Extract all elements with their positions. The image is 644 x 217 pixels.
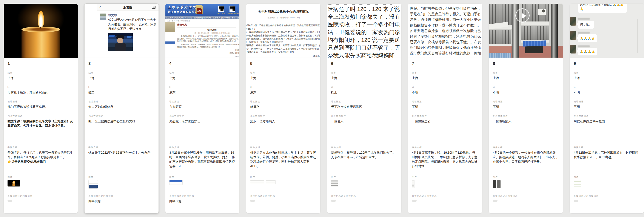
field-value-district: 不明 (412, 90, 478, 95)
record-card-7[interactable]: 医院。当时有些低烧，但是发热门诊在消杀，于是在门口的黑夜里等待了很久。可是由于有… (408, 3, 482, 213)
field-label-image: 图片 (88, 176, 155, 178)
field-label-address: 地址描述 (412, 100, 478, 103)
qr-code-icon (218, 6, 224, 12)
field-value-deceased: 浦东一位哮喘病人 (250, 119, 316, 141)
blue-awning (523, 40, 546, 47)
wechat-moments-titlebar: ‹ 朋友圈 (97, 4, 158, 11)
field-label-direct: 直接信息还是间接信息 (331, 195, 397, 197)
hospital-subname: 同济大学附属东方医院 (168, 10, 198, 14)
play-icon (515, 8, 530, 22)
field-label-address: 地址描述 (331, 100, 397, 103)
field-label-city: 城市 (88, 72, 155, 74)
field-label-direct: 直接信息还是间接信息 (169, 195, 236, 197)
field-value-deceased: 一位老人 (331, 119, 397, 141)
announcement-meta: 作者：宣传管理员 发表于：2022/3/25 2:46:48 有253人阅读 (177, 32, 240, 34)
blue-roof (489, 53, 511, 58)
avatar (570, 31, 576, 40)
moments-title: 朋友圈 (97, 5, 158, 9)
field-value-deceased: 一位癌症患者 (412, 119, 478, 141)
report-paragraph: 急情况后，现场核酸检测的医务人员已奔赴其家中进行了数十分钟的紧急抢救，并执行对同… (246, 30, 320, 44)
card-number: 4 (169, 61, 236, 66)
field-value-address: 不明 (412, 105, 478, 109)
field-label-image: 图片 (250, 176, 316, 178)
field-value-event: 4月12日传出消息，韦桂国因脑溢血、封控期间联系救治未果，于家中病逝。 (574, 150, 640, 170)
field-label-deceased: 死者大体描述 (574, 115, 640, 117)
record-card-3[interactable]: ‹ 朋友圈 钱文雄 钱文雄于2022年4月12日下午一点十九分去世。疫情期间一切… (84, 3, 159, 213)
field-label-deceased: 死者大体描述 (88, 115, 155, 117)
card-cover-candle-photo (4, 4, 78, 58)
record-card-4[interactable]: 上海市东方医院 同济大学附属东方医院 100 微信二维码 患者移动服务平台 医院… (165, 3, 240, 213)
qr-label: 微信二维码 (218, 13, 225, 15)
avatar (570, 17, 576, 25)
air-conditioner (538, 8, 546, 15)
building-window (489, 30, 511, 44)
field-value-event: 高烧昏迷，核酸阴，120来了说发热门诊关了。无奈在家中降温，在昏迷中离世。 (331, 150, 397, 170)
record-card-9[interactable]: 只有其女儿眼见其病逝...🙏🙏🙏🙏 啊，这。 🙏🙏🙏🙏 🙏🙏🙏🙏 9 城市 上海… (570, 3, 644, 213)
record-card-6[interactable]: 迷病危了叫 120，120 来了说全上海发热门诊都关了，没有医院接收，打了一个多… (327, 3, 401, 213)
field-value-direct: 网络信息 (88, 199, 155, 204)
building-window (489, 4, 512, 25)
announcement-signature: 同济大学附属东方医院 (177, 52, 240, 54)
attachment-thumbnail-text[interactable] (331, 180, 338, 187)
field-label-deceased: 死者大体描述 (493, 115, 559, 117)
field-value-event: 根据患者女儿公布的时间线，早上 8 点，其父哮喘发作、晕倒。随后，小区 2 名做… (250, 150, 316, 170)
announcement-paragraph: 周盛妮为我院护士，一直在院内从事护理相关工作。3月23日在家中哮喘发作，用药后无… (177, 35, 240, 42)
dark-doorway (525, 46, 543, 53)
attachment-thumbnail-candle[interactable] (8, 180, 20, 187)
photo-light (127, 36, 132, 38)
field-label-address: 地址描述 (574, 100, 640, 103)
field-value-district: 浦东 (250, 90, 316, 95)
field-value-address: 不明 (574, 105, 640, 109)
attachment-thumbnail-photo[interactable] (493, 180, 500, 188)
moments-photo (108, 33, 133, 51)
field-value-address: 航昌路 (250, 105, 316, 109)
record-card-8[interactable]: 8 城市 上海 区 不明 地址描述 不明 死者大体描述 一位透析病人 事件介绍 … (489, 3, 563, 213)
card-number: 6 (331, 61, 397, 66)
field-label-event: 事件介绍 (574, 146, 640, 149)
attachment-thumbnail-document[interactable] (250, 180, 264, 184)
field-value-deceased: 周盛妮，东方医院护士 (169, 119, 236, 141)
attachment-thumbnail-strip[interactable] (412, 180, 414, 188)
card-cover-wechat-moments: ‹ 朋友圈 钱文雄 钱文雄于2022年4月12日下午一点十九分去世。疫情期间一切… (84, 4, 158, 58)
field-label-image: 图片 (169, 176, 236, 178)
field-label-district: 区 (331, 86, 397, 88)
field-label-image: 图片 (412, 176, 478, 178)
anniversary-badge: 100 (196, 5, 203, 14)
record-card-5[interactable]: 关于对浦东120急救中心的调查情况 【信息来源：】【信息时间：2022-03-3… (246, 3, 320, 213)
field-value-district: 浦东 (169, 90, 236, 95)
chat-username-blurred (578, 45, 590, 47)
chat-bubble: 只有其女儿眼见其病逝...🙏🙏🙏🙏 (578, 4, 627, 13)
attachment-thumbnail-chat[interactable] (574, 180, 581, 189)
record-card-1[interactable]: 1 城市 上海 区 没有死于新冠，却因新冠而死 地址描述 他们不应该被漠视甚至忘… (4, 3, 78, 213)
field-label-event: 事件介绍 (169, 146, 236, 149)
announcement-signature: 上海市东方医院 (177, 49, 240, 51)
empty-value-pill (8, 200, 12, 202)
field-value-event: 4月3日突感不适，晚上19:30叫了120急救。当时面临全员核酸，三甲医院门急诊… (412, 150, 478, 170)
field-label-city: 城市 (493, 72, 559, 74)
chat-bubble: 啊，这。 (578, 21, 594, 28)
chat-username-blurred (578, 18, 590, 20)
photo-light (108, 35, 115, 37)
attachment-thumbnail-webpage[interactable] (169, 180, 182, 185)
field-value-district: 虹口 (88, 90, 155, 95)
metal-pole (551, 4, 558, 58)
card-cover-text-screenshot: 迷病危了叫 120，120 来了说全上海发热门诊都关了，没有医院接收，打了一个多… (327, 4, 401, 58)
card-number: 8 (493, 61, 559, 66)
field-label-district: 区 (8, 86, 74, 88)
field-label-city: 城市 (331, 72, 397, 74)
attachment-thumbnail-screenshot[interactable] (88, 180, 98, 189)
field-value-address: 虹口区妇幼保健所 (88, 105, 155, 109)
field-value-address: 不明 (493, 105, 559, 109)
field-value-city: 上海 (88, 76, 155, 80)
breadcrumb: 位置：首页 >>首页>>最新动态 (166, 19, 240, 22)
field-label-district: 区 (88, 86, 155, 88)
badge-number: 100 (196, 8, 202, 14)
candle-body (22, 29, 60, 58)
card-cover-video-frame (489, 4, 563, 58)
field-label-city: 城市 (412, 72, 478, 74)
attachment-thumbnail-document[interactable] (266, 180, 276, 184)
submit-info-link[interactable]: 👉点击这里提交信息给我们 (8, 160, 46, 163)
field-label-address: 地址描述 (169, 100, 236, 103)
field-label-city: 城市 (574, 72, 640, 74)
sidebar-menu-item (166, 41, 175, 44)
